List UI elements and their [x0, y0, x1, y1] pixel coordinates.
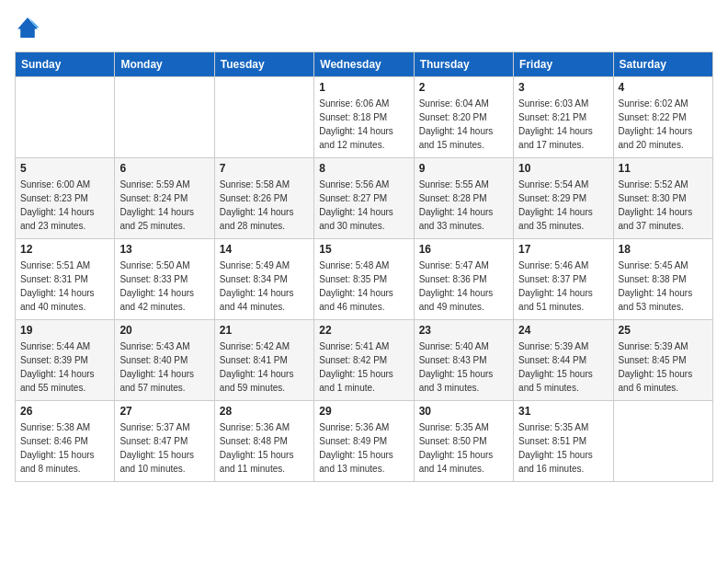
calendar-cell — [214, 77, 313, 158]
day-info: Sunrise: 5:44 AM Sunset: 8:39 PM Dayligh… — [20, 339, 109, 395]
day-info: Sunrise: 5:58 AM Sunset: 8:26 PM Dayligh… — [220, 178, 309, 233]
weekday-header-sunday: Sunday — [16, 52, 115, 77]
weekday-header-thursday: Thursday — [414, 52, 513, 77]
day-number: 2 — [419, 81, 508, 94]
calendar-cell — [16, 77, 115, 158]
day-number: 13 — [119, 243, 209, 256]
calendar-cell: 4Sunrise: 6:02 AM Sunset: 8:22 PM Daylig… — [613, 77, 712, 158]
day-info: Sunrise: 5:47 AM Sunset: 8:36 PM Dayligh… — [419, 259, 508, 314]
day-info: Sunrise: 5:37 AM Sunset: 8:47 PM Dayligh… — [119, 420, 209, 476]
calendar-cell: 17Sunrise: 5:46 AM Sunset: 8:37 PM Dayli… — [514, 239, 613, 320]
day-number: 9 — [419, 162, 508, 175]
day-number: 1 — [319, 81, 408, 94]
day-number: 8 — [319, 162, 408, 175]
weekday-header-friday: Friday — [514, 52, 613, 77]
day-number: 5 — [20, 162, 109, 175]
day-number: 16 — [419, 243, 508, 256]
day-info: Sunrise: 5:39 AM Sunset: 8:45 PM Dayligh… — [619, 339, 708, 395]
day-number: 20 — [119, 324, 209, 337]
day-info: Sunrise: 6:06 AM Sunset: 8:18 PM Dayligh… — [319, 97, 408, 152]
day-info: Sunrise: 6:03 AM Sunset: 8:21 PM Dayligh… — [518, 97, 608, 152]
calendar-cell: 9Sunrise: 5:55 AM Sunset: 8:28 PM Daylig… — [414, 158, 513, 239]
day-info: Sunrise: 5:39 AM Sunset: 8:44 PM Dayligh… — [518, 339, 608, 395]
day-number: 28 — [220, 405, 309, 418]
weekday-header-wednesday: Wednesday — [314, 52, 414, 77]
day-info: Sunrise: 5:52 AM Sunset: 8:30 PM Dayligh… — [619, 178, 708, 233]
page-header — [15, 15, 713, 40]
calendar-cell: 10Sunrise: 5:54 AM Sunset: 8:29 PM Dayli… — [514, 158, 613, 239]
day-info: Sunrise: 5:35 AM Sunset: 8:51 PM Dayligh… — [518, 420, 608, 476]
day-number: 30 — [419, 405, 508, 418]
day-info: Sunrise: 5:36 AM Sunset: 8:48 PM Dayligh… — [220, 420, 309, 476]
calendar-cell: 29Sunrise: 5:36 AM Sunset: 8:49 PM Dayli… — [314, 401, 414, 482]
week-row-3: 12Sunrise: 5:51 AM Sunset: 8:31 PM Dayli… — [16, 239, 713, 320]
week-row-2: 5Sunrise: 6:00 AM Sunset: 8:23 PM Daylig… — [16, 158, 713, 239]
calendar-cell: 6Sunrise: 5:59 AM Sunset: 8:24 PM Daylig… — [115, 158, 214, 239]
day-info: Sunrise: 6:02 AM Sunset: 8:22 PM Dayligh… — [619, 97, 708, 152]
week-row-1: 1Sunrise: 6:06 AM Sunset: 8:18 PM Daylig… — [16, 77, 713, 158]
day-info: Sunrise: 5:46 AM Sunset: 8:37 PM Dayligh… — [518, 259, 608, 314]
day-number: 19 — [20, 324, 109, 337]
calendar-cell: 5Sunrise: 6:00 AM Sunset: 8:23 PM Daylig… — [16, 158, 115, 239]
calendar-cell: 21Sunrise: 5:42 AM Sunset: 8:41 PM Dayli… — [214, 320, 313, 401]
day-info: Sunrise: 5:38 AM Sunset: 8:46 PM Dayligh… — [20, 420, 109, 476]
day-info: Sunrise: 5:43 AM Sunset: 8:40 PM Dayligh… — [119, 339, 209, 395]
calendar-cell: 28Sunrise: 5:36 AM Sunset: 8:48 PM Dayli… — [214, 401, 313, 482]
day-info: Sunrise: 5:35 AM Sunset: 8:50 PM Dayligh… — [419, 420, 508, 476]
weekday-header-row: SundayMondayTuesdayWednesdayThursdayFrid… — [16, 52, 713, 77]
calendar-cell: 22Sunrise: 5:41 AM Sunset: 8:42 PM Dayli… — [314, 320, 414, 401]
calendar-cell — [613, 401, 712, 482]
day-number: 7 — [220, 162, 309, 175]
calendar-cell: 24Sunrise: 5:39 AM Sunset: 8:44 PM Dayli… — [514, 320, 613, 401]
week-row-5: 26Sunrise: 5:38 AM Sunset: 8:46 PM Dayli… — [16, 401, 713, 482]
week-row-4: 19Sunrise: 5:44 AM Sunset: 8:39 PM Dayli… — [16, 320, 713, 401]
day-info: Sunrise: 5:49 AM Sunset: 8:34 PM Dayligh… — [220, 259, 309, 314]
weekday-header-tuesday: Tuesday — [214, 52, 313, 77]
day-number: 29 — [319, 405, 408, 418]
logo-icon — [15, 15, 40, 40]
day-info: Sunrise: 6:00 AM Sunset: 8:23 PM Dayligh… — [20, 178, 109, 233]
day-number: 27 — [119, 405, 209, 418]
day-info: Sunrise: 5:41 AM Sunset: 8:42 PM Dayligh… — [319, 339, 408, 395]
day-number: 22 — [319, 324, 408, 337]
calendar-cell: 30Sunrise: 5:35 AM Sunset: 8:50 PM Dayli… — [414, 401, 513, 482]
day-info: Sunrise: 5:54 AM Sunset: 8:29 PM Dayligh… — [518, 178, 608, 233]
calendar-cell: 1Sunrise: 6:06 AM Sunset: 8:18 PM Daylig… — [314, 77, 414, 158]
calendar-cell: 14Sunrise: 5:49 AM Sunset: 8:34 PM Dayli… — [214, 239, 313, 320]
day-number: 21 — [220, 324, 309, 337]
day-info: Sunrise: 5:36 AM Sunset: 8:49 PM Dayligh… — [319, 420, 408, 476]
calendar-cell: 3Sunrise: 6:03 AM Sunset: 8:21 PM Daylig… — [514, 77, 613, 158]
day-info: Sunrise: 5:40 AM Sunset: 8:43 PM Dayligh… — [419, 339, 508, 395]
day-info: Sunrise: 5:50 AM Sunset: 8:33 PM Dayligh… — [119, 259, 209, 314]
calendar-cell: 11Sunrise: 5:52 AM Sunset: 8:30 PM Dayli… — [613, 158, 712, 239]
weekday-header-saturday: Saturday — [613, 52, 712, 77]
calendar-cell: 23Sunrise: 5:40 AM Sunset: 8:43 PM Dayli… — [414, 320, 513, 401]
calendar-cell: 18Sunrise: 5:45 AM Sunset: 8:38 PM Dayli… — [613, 239, 712, 320]
calendar-cell: 31Sunrise: 5:35 AM Sunset: 8:51 PM Dayli… — [514, 401, 613, 482]
calendar-cell: 2Sunrise: 6:04 AM Sunset: 8:20 PM Daylig… — [414, 77, 513, 158]
calendar-cell: 27Sunrise: 5:37 AM Sunset: 8:47 PM Dayli… — [115, 401, 214, 482]
calendar-cell: 8Sunrise: 5:56 AM Sunset: 8:27 PM Daylig… — [314, 158, 414, 239]
day-number: 15 — [319, 243, 408, 256]
day-number: 6 — [119, 162, 209, 175]
day-number: 14 — [220, 243, 309, 256]
day-number: 31 — [518, 405, 608, 418]
calendar-cell: 13Sunrise: 5:50 AM Sunset: 8:33 PM Dayli… — [115, 239, 214, 320]
calendar-table: SundayMondayTuesdayWednesdayThursdayFrid… — [15, 52, 713, 482]
calendar-cell — [115, 77, 214, 158]
day-number: 11 — [619, 162, 708, 175]
day-number: 3 — [518, 81, 608, 94]
day-number: 4 — [619, 81, 708, 94]
day-info: Sunrise: 5:51 AM Sunset: 8:31 PM Dayligh… — [20, 259, 109, 314]
weekday-header-monday: Monday — [115, 52, 214, 77]
day-number: 12 — [20, 243, 109, 256]
day-number: 10 — [518, 162, 608, 175]
day-number: 26 — [20, 405, 109, 418]
day-info: Sunrise: 5:45 AM Sunset: 8:38 PM Dayligh… — [619, 259, 708, 314]
calendar-cell: 12Sunrise: 5:51 AM Sunset: 8:31 PM Dayli… — [16, 239, 115, 320]
calendar-cell: 19Sunrise: 5:44 AM Sunset: 8:39 PM Dayli… — [16, 320, 115, 401]
calendar-cell: 15Sunrise: 5:48 AM Sunset: 8:35 PM Dayli… — [314, 239, 414, 320]
day-number: 24 — [518, 324, 608, 337]
calendar-cell: 25Sunrise: 5:39 AM Sunset: 8:45 PM Dayli… — [613, 320, 712, 401]
calendar-cell: 20Sunrise: 5:43 AM Sunset: 8:40 PM Dayli… — [115, 320, 214, 401]
